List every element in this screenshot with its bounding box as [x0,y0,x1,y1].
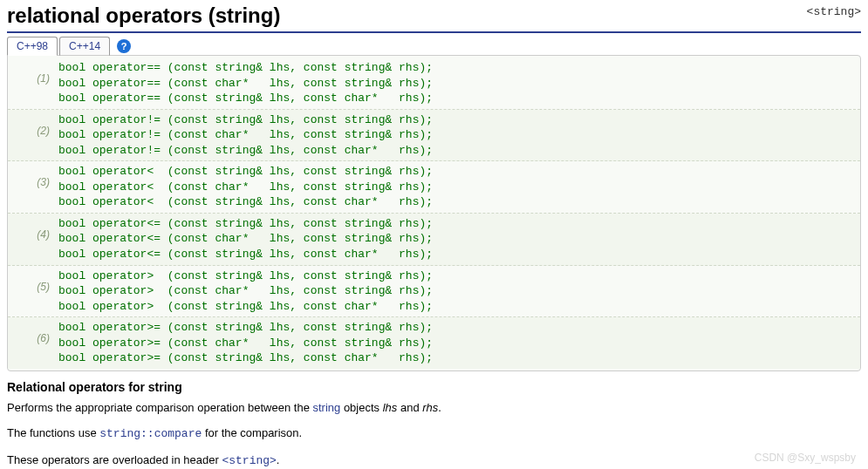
help-icon[interactable]: ? [117,39,131,53]
prototype-code: bool operator< (const string& lhs, const… [58,164,433,210]
prototype-group: (3) bool operator< (const string& lhs, c… [8,161,860,214]
paragraph: The functions use string::compare for th… [7,425,861,443]
prototype-number: (5) [8,268,58,293]
tabs-row: C++98 C++14 ? [7,37,861,56]
prototype-number: (2) [8,112,58,137]
prototypes-box: (1) bool operator== (const string& lhs, … [7,55,861,371]
paragraph: Performs the appropriate comparison oper… [7,399,861,417]
prototype-code: bool operator>= (const string& lhs, cons… [58,320,433,366]
prototype-code: bool operator== (const string& lhs, cons… [58,60,433,106]
tab-cpp98[interactable]: C++98 [7,37,58,56]
param-rhs: rhs [422,401,438,414]
prototype-code: bool operator!= (const string& lhs, cons… [58,112,433,159]
header-include-tag: <string> [807,3,861,18]
prototype-number: (4) [8,216,58,241]
prototype-group: (6) bool operator>= (const string& lhs, … [8,317,860,369]
prototype-code: bool operator> (const string& lhs, const… [58,268,433,315]
prototype-number: (1) [8,60,58,85]
link-string[interactable]: string [312,401,340,414]
prototype-group: (1) bool operator== (const string& lhs, … [8,58,860,110]
link-string-compare[interactable]: string::compare [99,427,202,440]
tab-cpp14[interactable]: C++14 [59,37,110,56]
prototype-group: (5) bool operator> (const string& lhs, c… [8,266,860,318]
link-header-string[interactable]: <string> [222,454,276,467]
prototype-number: (3) [8,164,58,188]
prototype-group: (4) bool operator<= (const string& lhs, … [8,214,860,266]
page-title: relational operators (string) [7,3,280,30]
param-lhs: lhs [383,401,398,414]
prototype-code: bool operator<= (const string& lhs, cons… [58,216,433,262]
section-subheading: Relational operators for string [7,380,861,394]
prototype-number: (6) [8,320,58,344]
prototype-group: (2) bool operator!= (const string& lhs, … [8,110,860,162]
header-divider [7,31,861,33]
paragraph: These operators are overloaded in header… [7,452,861,469]
